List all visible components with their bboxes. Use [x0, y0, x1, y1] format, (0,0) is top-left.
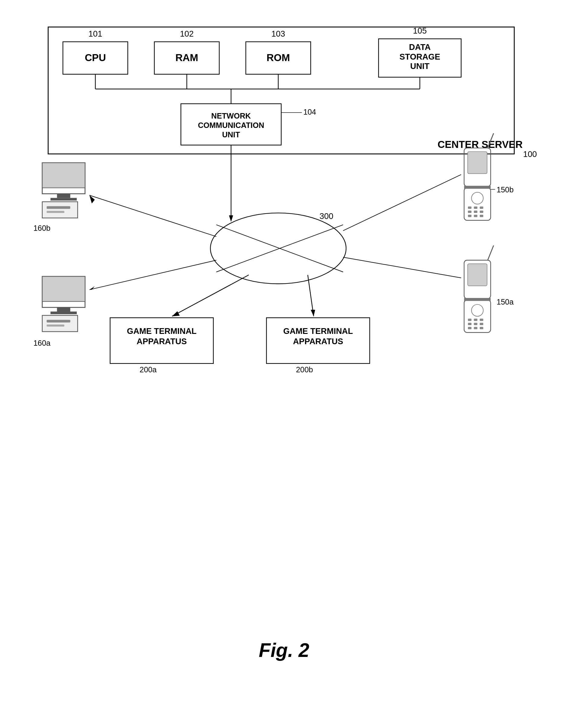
svg-rect-21	[181, 104, 281, 145]
svg-line-49	[90, 260, 217, 290]
svg-marker-50	[90, 195, 95, 204]
svg-rect-65	[51, 312, 77, 314]
svg-rect-97	[468, 327, 472, 329]
svg-text:ROM: ROM	[267, 52, 290, 63]
svg-text:RAM: RAM	[175, 52, 198, 63]
svg-point-74	[472, 192, 483, 204]
svg-rect-66	[42, 315, 78, 332]
svg-marker-39	[311, 310, 315, 316]
svg-rect-78	[468, 211, 472, 213]
svg-rect-70	[464, 148, 491, 186]
svg-text:200b: 200b	[296, 365, 313, 374]
svg-rect-64	[57, 307, 70, 312]
svg-rect-86	[464, 260, 491, 299]
diagram-svg: 101 102 103 105 CPU RAM ROM DATA STORAGE…	[18, 18, 550, 668]
svg-text:CENTER SERVER: CENTER SERVER	[437, 139, 522, 150]
svg-text:GAME TERMINAL: GAME TERMINAL	[127, 326, 197, 336]
svg-line-101	[488, 133, 494, 148]
svg-text:100: 100	[523, 149, 537, 159]
svg-rect-56	[57, 194, 70, 198]
svg-marker-31	[229, 215, 233, 222]
svg-line-52	[343, 175, 461, 230]
svg-text:200a: 200a	[140, 365, 157, 374]
svg-rect-3	[246, 42, 311, 74]
svg-rect-2	[155, 42, 220, 74]
svg-rect-43	[266, 318, 370, 364]
diagram-container: 101 102 103 105 CPU RAM ROM DATA STORAGE…	[18, 18, 550, 668]
svg-point-32	[211, 213, 346, 284]
svg-rect-81	[468, 215, 472, 217]
svg-rect-91	[468, 318, 472, 321]
svg-rect-89	[464, 298, 491, 301]
svg-rect-96	[480, 323, 483, 325]
svg-rect-98	[474, 327, 477, 329]
svg-line-34	[217, 225, 343, 272]
svg-text:150a: 150a	[497, 298, 514, 306]
svg-rect-58	[42, 202, 78, 218]
svg-text:300: 300	[319, 211, 333, 221]
svg-rect-62	[42, 276, 85, 307]
svg-rect-77	[480, 207, 483, 209]
svg-rect-72	[464, 188, 491, 220]
figure-caption: Fig. 2	[259, 639, 309, 661]
svg-rect-83	[480, 215, 483, 217]
svg-text:160a: 160a	[33, 339, 51, 347]
svg-rect-95	[474, 323, 477, 325]
svg-text:UNIT: UNIT	[222, 130, 240, 139]
svg-rect-59	[47, 206, 70, 209]
svg-line-33	[217, 225, 343, 272]
svg-rect-92	[474, 318, 477, 321]
svg-rect-88	[464, 300, 491, 332]
svg-text:NETWORK: NETWORK	[211, 112, 251, 120]
svg-rect-94	[468, 323, 472, 325]
svg-rect-71	[468, 152, 487, 174]
svg-line-102	[488, 245, 494, 260]
svg-rect-79	[474, 211, 477, 213]
svg-rect-60	[47, 211, 64, 213]
svg-text:104: 104	[303, 108, 316, 116]
svg-rect-93	[480, 318, 483, 321]
svg-rect-40	[110, 318, 214, 364]
svg-rect-76	[474, 207, 477, 209]
svg-rect-87	[468, 264, 487, 286]
svg-rect-54	[42, 163, 85, 194]
svg-text:103: 103	[272, 29, 285, 38]
svg-rect-0	[48, 27, 514, 154]
svg-rect-82	[474, 215, 477, 217]
svg-marker-37	[172, 311, 180, 316]
svg-rect-67	[47, 320, 70, 322]
svg-text:150b: 150b	[497, 185, 514, 194]
svg-rect-57	[51, 198, 77, 201]
svg-text:102: 102	[180, 29, 194, 38]
svg-text:GAME TERMINAL: GAME TERMINAL	[283, 326, 353, 336]
svg-rect-99	[480, 327, 483, 329]
svg-text:UNIT: UNIT	[410, 61, 429, 71]
svg-line-48	[90, 195, 217, 237]
svg-rect-73	[464, 186, 491, 189]
svg-marker-51	[90, 286, 95, 290]
svg-rect-1	[63, 42, 128, 74]
svg-text:APPARATUS: APPARATUS	[293, 337, 343, 346]
svg-rect-55	[42, 163, 85, 188]
svg-text:101: 101	[89, 29, 103, 38]
svg-text:105: 105	[413, 26, 427, 35]
svg-rect-4	[378, 39, 461, 77]
svg-text:APPARATUS: APPARATUS	[137, 337, 187, 346]
svg-text:CPU: CPU	[85, 52, 106, 63]
svg-rect-63	[42, 276, 85, 302]
svg-rect-80	[480, 211, 483, 213]
svg-text:COMMUNICATION: COMMUNICATION	[198, 121, 264, 129]
svg-point-90	[472, 305, 483, 316]
svg-text:DATA: DATA	[409, 42, 431, 52]
svg-text:STORAGE: STORAGE	[400, 52, 440, 61]
svg-line-53	[343, 257, 461, 278]
svg-rect-75	[468, 207, 472, 209]
svg-line-36	[172, 275, 249, 316]
svg-text:160b: 160b	[33, 224, 50, 232]
svg-rect-68	[47, 325, 64, 327]
svg-line-38	[308, 275, 314, 316]
